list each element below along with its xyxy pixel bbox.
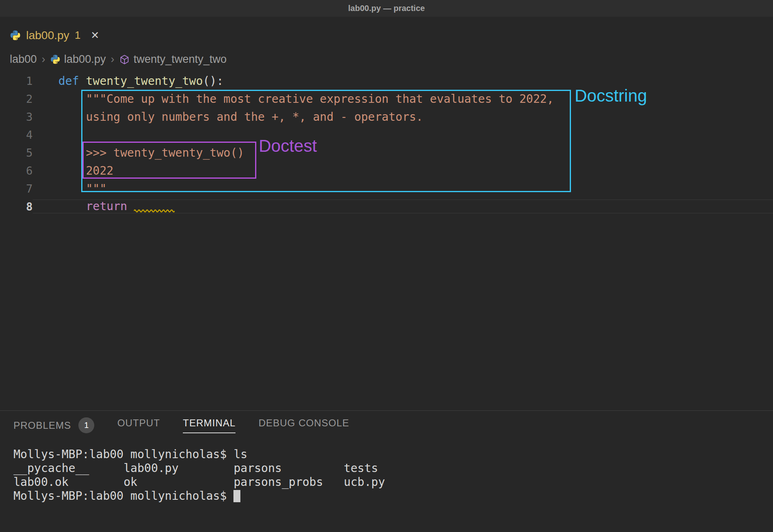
python-icon (10, 30, 21, 41)
code-line-8[interactable]: 8 return (0, 197, 773, 215)
code-line-3[interactable]: 3 using only numbers and the +, *, and -… (0, 108, 773, 126)
line-text: """ (33, 182, 773, 195)
panel-tab-terminal[interactable]: TERMINAL (183, 417, 235, 433)
code-line-5[interactable]: 5 >>> twenty_twenty_two() (0, 144, 773, 162)
terminal-line: Mollys-MBP:lab00 mollynicholas$ (13, 489, 773, 503)
breadcrumb-separator-icon: › (109, 53, 116, 66)
code-line-6[interactable]: 6 2022 (0, 162, 773, 180)
terminal-line: lab00.ok ok parsons_probs ucb.py (13, 475, 773, 489)
breadcrumb-label: twenty_twenty_two (133, 53, 227, 66)
breadcrumb-item-twenty-twenty-two[interactable]: twenty_twenty_two (119, 53, 227, 66)
terminal-line: __pycache__ lab00.py parsons tests (13, 461, 773, 475)
code-token (58, 92, 86, 106)
line-number: 3 (0, 111, 33, 123)
line-text: using only numbers and the +, *, and - o… (33, 110, 773, 124)
code-token: 2022 (86, 164, 113, 177)
line-text: >>> twenty_twenty_two() (33, 146, 773, 160)
code-editor[interactable]: 1def twenty_twenty_two():2 """Come up wi… (0, 72, 773, 410)
terminal-output[interactable]: Mollys-MBP:lab00 mollynicholas$ ls__pyca… (0, 448, 773, 503)
tab-modified-count: 1 (75, 29, 80, 42)
breadcrumb-separator-icon: › (40, 53, 47, 66)
code-token: """Come up with the most creative expres… (86, 92, 553, 106)
code-line-4[interactable]: 4 (0, 126, 773, 144)
code-token (58, 110, 86, 124)
code-token (58, 146, 86, 160)
breadcrumb-label: lab00 (10, 53, 37, 66)
code-token: """ (86, 182, 107, 195)
terminal-line: Mollys-MBP:lab00 mollynicholas$ ls (13, 448, 773, 461)
close-icon[interactable]: ✕ (91, 29, 99, 41)
terminal-cursor (233, 490, 240, 502)
code-token (58, 200, 86, 213)
panel-tab-problems[interactable]: PROBLEMS1 (13, 417, 94, 438)
panel-tab-bar: PROBLEMS1OUTPUTTERMINALDEBUG CONSOLE (0, 411, 773, 438)
symbol-cube-icon (119, 54, 130, 65)
code-token (58, 182, 86, 195)
code-token: (): (203, 74, 224, 88)
titlebar: lab00.py — practice (0, 0, 773, 17)
breadcrumb-item-lab00[interactable]: lab00 (10, 53, 37, 66)
line-number: 7 (0, 182, 33, 195)
bottom-panel: PROBLEMS1OUTPUTTERMINALDEBUG CONSOLE Mol… (0, 410, 773, 532)
panel-tab-debug-console[interactable]: DEBUG CONSOLE (258, 417, 349, 433)
line-text: 2022 (33, 164, 773, 177)
line-text: """Come up with the most creative expres… (33, 92, 773, 106)
problems-count-badge: 1 (78, 417, 94, 433)
window-title: lab00.py — practice (348, 4, 425, 13)
line-text: return (33, 200, 773, 213)
code-line-1[interactable]: 1def twenty_twenty_two(): (0, 72, 773, 90)
error-squiggle-icon (134, 208, 175, 213)
code-token: def (58, 74, 86, 88)
line-number: 4 (0, 129, 33, 141)
panel-tab-label: DEBUG CONSOLE (258, 417, 349, 429)
code-token: >>> twenty_twenty_two() (86, 146, 244, 160)
line-number: 2 (0, 93, 33, 105)
panel-tab-label: OUTPUT (117, 417, 160, 429)
line-number: 5 (0, 146, 33, 159)
panel-tab-output[interactable]: OUTPUT (117, 417, 160, 433)
line-number: 8 (0, 200, 33, 213)
tab-lab00py[interactable]: lab00.py 1 ✕ (0, 24, 109, 47)
tab-label: lab00.py (26, 29, 69, 42)
code-token (58, 164, 86, 177)
code-line-7[interactable]: 7 """ (0, 180, 773, 197)
breadcrumb: lab00› lab00.py› twenty_twenty_two (0, 47, 773, 72)
line-text: def twenty_twenty_two(): (33, 74, 773, 88)
panel-tab-label: PROBLEMS (13, 420, 71, 431)
line-number: 6 (0, 164, 33, 177)
python-icon (50, 54, 60, 64)
breadcrumb-label: lab00.py (64, 53, 106, 66)
code-token: using only numbers and the +, *, and - o… (86, 110, 423, 124)
tab-bar: lab00.py 1 ✕ (0, 17, 773, 47)
code-line-2[interactable]: 2 """Come up with the most creative expr… (0, 90, 773, 108)
panel-tab-label: TERMINAL (183, 417, 235, 429)
breadcrumb-item-lab00-py[interactable]: lab00.py (50, 53, 106, 66)
code-lines: 1def twenty_twenty_two():2 """Come up wi… (0, 72, 773, 215)
code-token: return (86, 200, 134, 213)
line-number: 1 (0, 75, 33, 87)
code-token: twenty_twenty_two (86, 74, 203, 88)
